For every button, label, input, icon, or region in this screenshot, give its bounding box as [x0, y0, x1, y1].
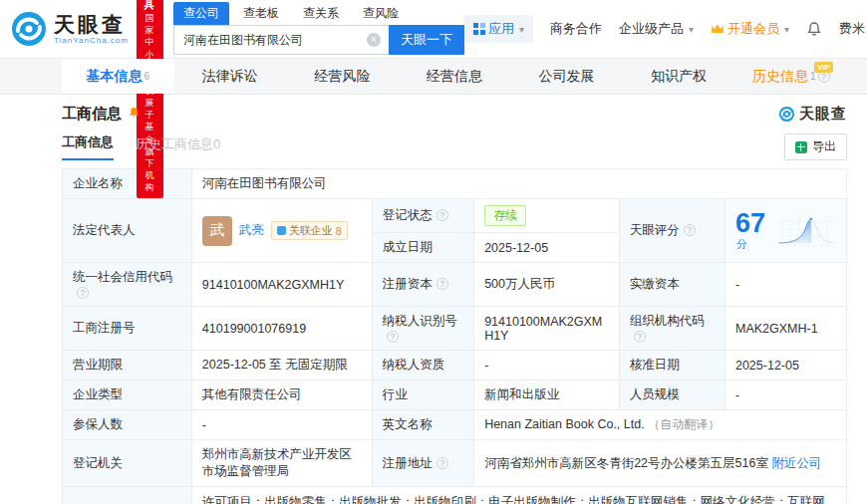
notification-bell-icon[interactable] — [806, 21, 822, 37]
export-button[interactable]: 导出 — [784, 133, 847, 160]
company-name-value: 河南在田图书有限公司 — [191, 169, 846, 199]
apps-grid-icon — [473, 23, 485, 35]
field-label: 登记机关 — [63, 440, 192, 487]
excel-icon — [795, 141, 807, 153]
paid-capital-value: - — [724, 263, 846, 307]
table-row: 企业名称 河南在田图书有限公司 — [63, 169, 847, 199]
industry-value: 新闻和出版业 — [474, 380, 620, 410]
search-button[interactable]: 天眼一下 — [389, 25, 464, 55]
status-badge: 存续 — [484, 205, 526, 226]
related-company-tag[interactable]: 关联企业 8 — [271, 221, 348, 240]
company-type-value: 其他有限责任公司 — [191, 380, 372, 410]
nav-open-vip[interactable]: 开通会员 — [711, 20, 789, 38]
field-label: 工商注册号 — [63, 307, 192, 351]
reg-number-value: 410199001076919 — [191, 307, 372, 351]
org-code-value: MAK2GXMH-1 — [724, 307, 846, 351]
subtab-history-business-info[interactable]: 历史工商信息0 — [136, 135, 220, 160]
table-row: 参保人数 - 英文名称 Henan Zaitian Book Co., Ltd.… — [63, 410, 847, 440]
english-name-value: Henan Zaitian Book Co., Ltd. （自动翻译） — [474, 410, 847, 440]
subtab-business-info[interactable]: 工商信息 — [62, 133, 114, 160]
table-row: 统一社会信用代码 91410100MAK2GXMH1Y 注册资本 500万人民币… — [63, 263, 847, 307]
search-tab-relation[interactable]: 查关系 — [293, 2, 349, 25]
score-unit: 分 — [736, 238, 747, 250]
field-label: 经营范围 — [63, 487, 192, 504]
brand-slogan: 都在用的商业查询工具 国家中小企业发展子基金旗下机构 — [137, 0, 163, 198]
page-tab-bar: 基本信息6 法律诉讼 经营风险 经营信息 公司发展 知识产权 VIP 历史信息1 — [0, 58, 867, 95]
search-area: 查公司 查老板 查关系 查风险 × 天眼一下 — [173, 3, 464, 55]
info-icon[interactable] — [436, 278, 448, 290]
field-label: 人员规模 — [619, 380, 724, 410]
search-tab-boss[interactable]: 查老板 — [233, 2, 289, 25]
tab-basic-info[interactable]: 基本信息6 — [62, 59, 174, 94]
search-input[interactable] — [173, 25, 389, 55]
nav-enterprise-products[interactable]: 企业级产品 — [619, 20, 694, 38]
nearby-companies-link[interactable]: 附近公司 — [771, 456, 821, 470]
header-nav: 应用 商务合作 企业级产品 开通会员 费米 — [464, 15, 867, 43]
info-icon[interactable] — [684, 224, 696, 236]
field-label: 纳税人识别号 — [372, 307, 473, 351]
table-row: 法定代表人 武 武亮 关联企业 8 登记状态 存续 天眼评分 — [63, 199, 847, 233]
related-company-icon — [277, 226, 286, 235]
info-icon[interactable] — [436, 209, 448, 221]
field-label: 注册资本 — [372, 263, 473, 307]
field-label: 登记状态 — [372, 199, 473, 233]
reg-authority-value: 郑州市高新技术产业开发区市场监督管理局 — [191, 440, 372, 487]
vip-badge: VIP — [814, 62, 833, 73]
field-label: 法定代表人 — [63, 199, 192, 263]
table-row: 工商注册号 410199001076919 纳税人识别号 91410100MAK… — [63, 307, 847, 351]
tab-legal-litigation[interactable]: 法律诉讼 — [174, 59, 287, 94]
field-label: 纳税人资质 — [372, 351, 473, 380]
table-row: 营业期限 2025-12-05 至 无固定期限 纳税人资质 - 核准日期 202… — [63, 351, 847, 380]
reg-address-value: 河南省郑州市高新区冬青街22号办公楼第五层516室 附近公司 — [474, 440, 847, 487]
business-term-value: 2025-12-05 至 无固定期限 — [191, 351, 372, 380]
nav-cooperation[interactable]: 商务合作 — [550, 20, 602, 38]
tianyancha-logo-icon — [10, 10, 48, 48]
brand-domain: TianYanCha.com — [54, 37, 129, 45]
info-icon[interactable] — [77, 287, 89, 299]
establish-date-value: 2025-12-05 — [474, 233, 620, 263]
tab-company-development[interactable]: 公司发展 — [510, 59, 623, 94]
search-tab-company[interactable]: 查公司 — [173, 2, 229, 25]
table-row: 登记机关 郑州市高新技术产业开发区市场监督管理局 注册地址 河南省郑州市高新区冬… — [63, 440, 847, 487]
tab-history-info[interactable]: VIP 历史信息1 — [734, 59, 847, 94]
score-value: 67 — [735, 208, 765, 238]
header: 天眼查 TianYanCha.com 都在用的商业查询工具 国家中小企业发展子基… — [0, 0, 867, 58]
field-label: 成立日期 — [372, 233, 473, 263]
brand-name: 天眼查 — [54, 14, 129, 35]
field-label: 核准日期 — [619, 351, 724, 380]
table-row: 经营范围 许可项目：出版物零售；出版物批发；出版物印刷；电子出版物制作；出版物互… — [63, 487, 847, 504]
watermark-logo-icon — [778, 106, 795, 123]
nav-user[interactable]: 费米 — [839, 20, 867, 38]
credit-code-value: 91410100MAK2GXMH1Y — [191, 263, 372, 307]
field-label: 营业期限 — [63, 351, 192, 380]
field-label: 企业名称 — [63, 169, 192, 199]
nav-apps[interactable]: 应用 — [464, 15, 533, 43]
tab-operation-info[interactable]: 经营信息 — [399, 59, 511, 94]
legal-rep-avatar[interactable]: 武 — [202, 216, 232, 246]
legal-rep-cell: 武 武亮 关联企业 8 — [191, 199, 372, 263]
field-label: 参保人数 — [63, 410, 192, 440]
section-title: 工商信息 — [62, 105, 122, 124]
info-icon[interactable] — [387, 331, 399, 343]
search-tab-risk[interactable]: 查风险 — [353, 2, 409, 25]
auto-translate-note: （自动翻译） — [648, 417, 720, 431]
approval-date-value: 2025-12-05 — [724, 351, 846, 380]
tianyancha-logo[interactable]: 天眼查 TianYanCha.com — [10, 10, 129, 48]
taxpayer-quality-value: - — [474, 351, 620, 380]
clear-icon[interactable]: × — [367, 33, 381, 47]
tab-intellectual-property[interactable]: 知识产权 — [623, 59, 735, 94]
subscribe-bell-icon[interactable] — [128, 107, 141, 123]
business-info-table: 企业名称 河南在田图书有限公司 法定代表人 武 武亮 关联企业 8 — [62, 168, 847, 504]
legal-rep-name-link[interactable]: 武亮 — [239, 222, 264, 239]
tab-operation-risk[interactable]: 经营风险 — [286, 59, 399, 94]
field-label: 实缴资本 — [619, 263, 724, 307]
staff-size-value: - — [724, 380, 846, 410]
info-icon[interactable] — [436, 457, 448, 469]
field-label: 组织机构代码 — [619, 307, 724, 351]
info-icon[interactable] — [634, 331, 646, 343]
table-row: 企业类型 其他有限责任公司 行业 新闻和出版业 人员规模 - — [63, 380, 847, 410]
watermark-logo: 天眼查 — [778, 105, 847, 124]
page: 天眼查 TianYanCha.com 都在用的商业查询工具 国家中小企业发展子基… — [0, 0, 867, 504]
tianyan-score-cell[interactable]: 67分 — [724, 199, 846, 263]
field-label: 英文名称 — [372, 410, 473, 440]
